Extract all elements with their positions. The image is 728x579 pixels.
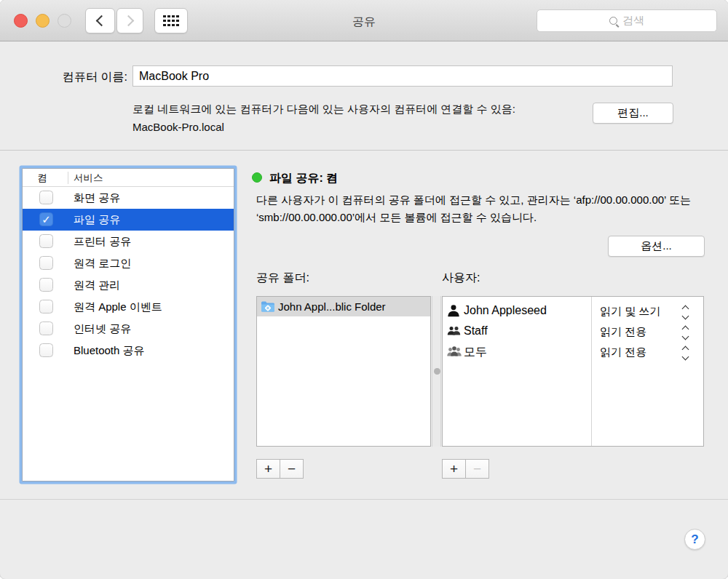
file-sharing-status: 파일 공유: 켬 bbox=[269, 171, 338, 186]
popup-chevrons-icon[interactable] bbox=[683, 327, 688, 339]
service-row-internet-sharing[interactable]: ✓ 인터넷 공유 bbox=[23, 318, 234, 340]
permission-popup[interactable]: 읽기 전용 bbox=[600, 325, 646, 339]
user-row-everyone[interactable]: 모두 읽기 전용 bbox=[443, 342, 703, 362]
checkbox-unchecked[interactable]: ✓ bbox=[39, 234, 53, 248]
shared-folder-name: John Appl...blic Folder bbox=[278, 300, 386, 313]
computer-name-label: 컴퓨터 이름: bbox=[15, 70, 127, 85]
add-user-button[interactable]: + bbox=[442, 459, 466, 479]
shared-folders-list: John Appl...blic Folder bbox=[256, 296, 431, 447]
permission-popup[interactable]: 읽기 및 쓰기 bbox=[600, 305, 660, 319]
question-mark-icon: ? bbox=[691, 532, 698, 547]
options-button[interactable]: 옵션... bbox=[608, 236, 705, 257]
search-icon bbox=[609, 17, 617, 25]
two-users-icon bbox=[447, 324, 461, 336]
services-list-header: 켬 서비스 bbox=[23, 169, 234, 187]
splitter-knob-icon bbox=[434, 368, 440, 375]
status-green-dot-icon bbox=[252, 172, 262, 183]
titlebar: 공유 검색 bbox=[0, 0, 728, 41]
user-row-staff[interactable]: Staff 읽기 전용 bbox=[443, 322, 703, 342]
users-permissions-list: John Appleseed 읽기 및 쓰기 Staff 읽기 전용 bbox=[442, 296, 704, 447]
folders-add-remove-controls: + − bbox=[256, 459, 304, 479]
public-folder-icon bbox=[261, 300, 275, 313]
remove-folder-button[interactable]: − bbox=[280, 459, 304, 479]
checkbox-unchecked[interactable]: ✓ bbox=[39, 343, 53, 357]
help-button[interactable]: ? bbox=[684, 529, 705, 550]
users-add-remove-controls: + − bbox=[442, 459, 489, 479]
services-list: 켬 서비스 ✓ 화면 공유 ✓ 파일 공유 ✓ 프린터 공유 ✓ 원격 로그인 … bbox=[22, 168, 234, 482]
file-sharing-description: 다른 사용자가 이 컴퓨터의 공유 폴더에 접근할 수 있고, 관리자는 ‘af… bbox=[256, 191, 706, 226]
service-row-file-sharing[interactable]: ✓ 파일 공유 bbox=[23, 209, 234, 231]
shared-folder-row[interactable]: John Appl...blic Folder bbox=[257, 297, 430, 316]
hostname-text: MacBook-Pro.local bbox=[132, 121, 224, 133]
service-row-printer-sharing[interactable]: ✓ 프린터 공유 bbox=[23, 231, 234, 252]
computer-name-input[interactable] bbox=[132, 65, 673, 87]
checkbox-unchecked[interactable]: ✓ bbox=[39, 256, 53, 270]
checkbox-unchecked[interactable]: ✓ bbox=[39, 300, 53, 314]
local-network-text: 로컬 네트워크에 있는 컴퓨터가 다음에 있는 사용자의 컴퓨터에 연결할 수 … bbox=[132, 103, 515, 115]
popup-chevrons-icon[interactable] bbox=[683, 306, 688, 319]
pane-splitter[interactable] bbox=[432, 296, 441, 447]
service-row-remote-login[interactable]: ✓ 원격 로그인 bbox=[23, 252, 234, 274]
service-row-remote-management[interactable]: ✓ 원격 관리 bbox=[23, 274, 234, 296]
checkbox-checked[interactable]: ✓ bbox=[39, 212, 53, 226]
service-row-bluetooth-sharing[interactable]: ✓ Bluetooth 공유 bbox=[23, 340, 234, 362]
popup-chevrons-icon[interactable] bbox=[683, 347, 688, 359]
shared-folders-label: 공유 폴더: bbox=[256, 271, 309, 286]
bottom-divider bbox=[0, 499, 728, 500]
sharing-preferences-window: 공유 검색 컴퓨터 이름: 로컬 네트워크에 있는 컴퓨터가 다음에 있는 사용… bbox=[0, 0, 728, 579]
add-folder-button[interactable]: + bbox=[256, 459, 280, 479]
single-user-icon bbox=[447, 304, 460, 317]
column-divider bbox=[68, 172, 68, 184]
service-row-remote-apple-events[interactable]: ✓ 원격 Apple 이벤트 bbox=[23, 296, 234, 318]
search-input[interactable]: 검색 bbox=[537, 9, 717, 32]
computer-name-description: 로컬 네트워크에 있는 컴퓨터가 다음에 있는 사용자의 컴퓨터에 연결할 수 … bbox=[132, 100, 515, 136]
edit-button[interactable]: 편집... bbox=[593, 103, 673, 124]
service-row-screen-sharing[interactable]: ✓ 화면 공유 bbox=[23, 187, 234, 209]
search-placeholder: 검색 bbox=[622, 14, 644, 28]
checkbox-unchecked[interactable]: ✓ bbox=[39, 322, 53, 335]
permission-popup[interactable]: 읽기 전용 bbox=[600, 346, 646, 359]
column-header-on: 켬 bbox=[37, 172, 47, 185]
checkbox-unchecked[interactable]: ✓ bbox=[39, 278, 53, 292]
column-header-service: 서비스 bbox=[74, 172, 103, 185]
user-row-john-appleseed[interactable]: John Appleseed 읽기 및 쓰기 bbox=[443, 301, 703, 322]
checkbox-unchecked[interactable]: ✓ bbox=[39, 191, 53, 204]
users-label: 사용자: bbox=[442, 271, 480, 286]
group-users-icon bbox=[447, 345, 462, 357]
computer-name-section: 컴퓨터 이름: 로컬 네트워크에 있는 컴퓨터가 다음에 있는 사용자의 컴퓨터… bbox=[0, 41, 728, 151]
remove-user-button-disabled: − bbox=[465, 459, 489, 479]
